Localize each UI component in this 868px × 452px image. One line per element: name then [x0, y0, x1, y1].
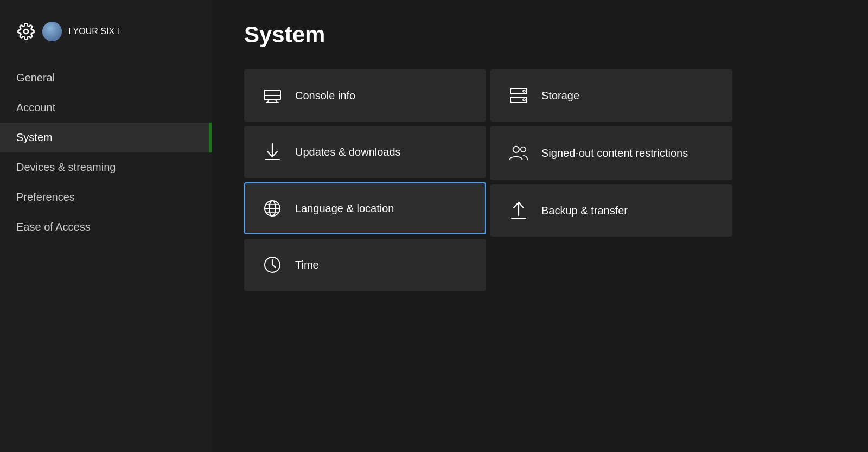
svg-point-0 — [24, 29, 28, 34]
upload-icon — [509, 201, 528, 220]
time-label: Time — [295, 259, 319, 271]
right-column: Storage Signed-out content restrictions — [490, 69, 732, 291]
sidebar-item-ease[interactable]: Ease of Access — [0, 212, 212, 242]
storage-label: Storage — [541, 90, 579, 102]
svg-point-20 — [513, 147, 519, 152]
username-label: I YOUR SIX I — [68, 27, 119, 36]
download-icon — [263, 142, 282, 162]
svg-line-15 — [272, 265, 276, 268]
clock-icon — [263, 255, 282, 275]
storage-icon — [509, 86, 528, 105]
sidebar: I YOUR SIX I General Account System Devi… — [0, 0, 212, 452]
sidebar-item-general[interactable]: General — [0, 63, 212, 93]
sidebar-nav: General Account System Devices & streami… — [0, 58, 212, 242]
settings-icon — [16, 22, 36, 41]
signed-out-item[interactable]: Signed-out content restrictions — [490, 126, 732, 180]
language-location-label: Language & location — [295, 202, 394, 215]
globe-icon — [263, 199, 282, 218]
console-info-label: Console info — [295, 90, 355, 102]
svg-point-18 — [523, 90, 525, 92]
signed-out-label: Signed-out content restrictions — [541, 147, 688, 160]
console-icon — [263, 86, 282, 105]
language-location-item[interactable]: Language & location — [244, 182, 486, 234]
sidebar-item-preferences[interactable]: Preferences — [0, 182, 212, 212]
backup-transfer-label: Backup & transfer — [541, 205, 628, 217]
avatar — [42, 22, 62, 41]
updates-downloads-label: Updates & downloads — [295, 146, 401, 158]
sidebar-header: I YOUR SIX I — [0, 16, 212, 58]
svg-point-19 — [523, 99, 525, 101]
people-icon — [509, 143, 528, 163]
storage-item[interactable]: Storage — [490, 69, 732, 122]
svg-point-21 — [521, 147, 526, 152]
svg-rect-16 — [510, 88, 527, 94]
updates-downloads-item[interactable]: Updates & downloads — [244, 126, 486, 178]
sidebar-item-account[interactable]: Account — [0, 93, 212, 123]
left-column: Console info Updates & downloads — [244, 69, 486, 291]
sidebar-item-system[interactable]: System — [0, 123, 212, 152]
backup-transfer-item[interactable]: Backup & transfer — [490, 184, 732, 237]
main-content: System Console info — [212, 0, 868, 452]
page-title: System — [244, 22, 835, 48]
sidebar-item-devices[interactable]: Devices & streaming — [0, 152, 212, 182]
svg-rect-17 — [510, 97, 527, 103]
menu-grid: Console info Updates & downloads — [244, 69, 732, 291]
active-indicator — [209, 123, 212, 152]
time-item[interactable]: Time — [244, 239, 486, 291]
console-info-item[interactable]: Console info — [244, 69, 486, 122]
